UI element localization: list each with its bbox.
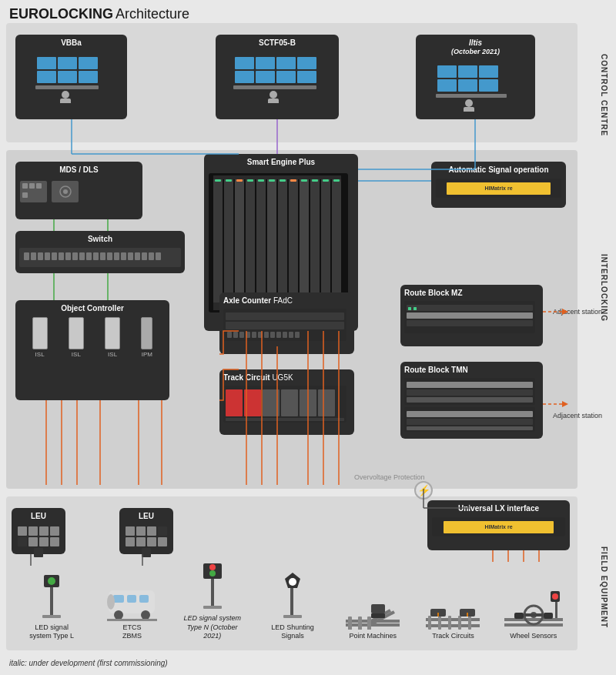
etcs-icon [107, 571, 157, 621]
svg-rect-65 [252, 332, 256, 338]
box-switch: Switch [15, 231, 185, 273]
universal-lx-label: Universal LX interface [427, 500, 570, 515]
overvoltage-label: Overvoltage Protection [354, 473, 425, 481]
wheel-sensors-label: Wheel Sensors [510, 632, 557, 641]
svg-rect-49 [247, 179, 253, 182]
svg-rect-75 [407, 312, 533, 319]
svg-rect-126 [426, 624, 480, 627]
svg-rect-53 [290, 179, 296, 182]
svg-rect-59 [226, 312, 344, 320]
svg-rect-12 [297, 57, 316, 69]
svg-rect-36 [256, 178, 266, 307]
route-mz-label: Route Block MZ [400, 285, 543, 299]
svg-rect-130 [458, 616, 461, 630]
svg-rect-84 [300, 389, 316, 416]
box-vbba: VBBa [15, 35, 127, 119]
svg-rect-2 [79, 57, 98, 69]
svg-rect-13 [235, 71, 254, 83]
svg-rect-111 [203, 606, 222, 609]
svg-rect-123 [371, 604, 385, 613]
svg-rect-46 [215, 179, 221, 182]
box-mds: MDS / DLS [15, 162, 142, 219]
shunting-label: LED ShuntingSignals [271, 623, 314, 641]
svg-rect-127 [428, 616, 431, 630]
field-items-row: LED signalsystem Type L [12, 562, 574, 641]
point-machines-icon [344, 580, 402, 630]
svg-rect-32 [213, 178, 223, 307]
svg-rect-141 [514, 613, 524, 619]
track-circuits-label: Track Circuits [432, 632, 474, 641]
box-universal-lx: Universal LX interface HIMatrix re [427, 500, 570, 550]
label-control-centre: Control Centre [600, 54, 608, 136]
svg-rect-61 [227, 332, 232, 338]
svg-point-145 [552, 593, 558, 600]
ipm-unit: IPM [141, 317, 152, 358]
svg-rect-140 [524, 613, 543, 617]
led-signal-l-label: LED signalsystem Type L [29, 623, 74, 641]
svg-point-114 [289, 578, 296, 586]
svg-rect-9 [235, 57, 254, 69]
switch-label: Switch [15, 231, 185, 246]
svg-rect-136 [504, 618, 563, 621]
leu2-hw [119, 523, 173, 561]
mds-hardware [15, 176, 142, 207]
svg-rect-38 [278, 178, 287, 307]
svg-rect-6 [35, 85, 99, 89]
svg-point-109 [209, 564, 216, 570]
svg-rect-20 [437, 65, 457, 78]
route-tmn-hw [400, 376, 543, 437]
svg-rect-48 [236, 179, 243, 182]
adjacent-station-2: Adjacent station [553, 412, 602, 419]
svg-rect-47 [226, 179, 232, 182]
arch-subtitle: Architecture [116, 6, 189, 22]
sctf-label: SCTF05-B [216, 35, 339, 49]
svg-rect-21 [458, 65, 477, 78]
box-track-circuit: Track Circuit UG5K [219, 369, 354, 435]
svg-rect-45 [213, 175, 341, 179]
field-item-wheel-sensors: Wheel Sensors [500, 580, 566, 641]
label-field-equipment: Field equipment [600, 546, 608, 628]
svg-rect-78 [413, 307, 417, 310]
svg-point-27 [465, 99, 473, 107]
svg-rect-10 [256, 57, 275, 69]
track-circuit-hw [219, 383, 354, 428]
svg-rect-5 [79, 71, 98, 83]
svg-rect-37 [267, 178, 276, 307]
axle-hw [219, 306, 354, 347]
svg-rect-142 [544, 613, 553, 619]
svg-rect-95 [50, 583, 53, 615]
brand-title: EUROLOCKING [9, 6, 113, 22]
svg-rect-16 [297, 71, 316, 83]
wheel-sensors-icon [503, 580, 564, 630]
svg-rect-26 [436, 94, 507, 98]
leu1-label: LEU [12, 508, 65, 523]
svg-rect-83 [281, 389, 298, 416]
svg-rect-60 [226, 322, 344, 329]
svg-rect-55 [312, 179, 318, 182]
field-item-led-l: LED signalsystem Type L [19, 571, 85, 641]
adjacent-station-1: Adjacent station [553, 308, 602, 316]
svg-rect-4 [58, 71, 77, 83]
svg-rect-1 [58, 57, 77, 69]
svg-rect-22 [479, 65, 498, 78]
isl-unit-1: ISL [32, 317, 48, 358]
svg-rect-131 [468, 616, 471, 630]
svg-rect-71 [289, 332, 293, 338]
svg-rect-62 [233, 332, 238, 338]
point-machines-label: Point Machines [349, 632, 397, 641]
footer-note: italic: under development (first commiss… [9, 659, 168, 667]
led-signal-n-icon [197, 562, 228, 612]
svg-rect-41 [310, 178, 320, 307]
svg-rect-101 [127, 595, 136, 603]
smart-engine-label: Smart Engine Plus [204, 154, 358, 169]
svg-rect-81 [244, 389, 261, 416]
auto-signal-hw: HIMatrix re [431, 176, 566, 200]
svg-rect-72 [295, 332, 300, 338]
svg-rect-15 [276, 71, 296, 83]
svg-rect-25 [479, 79, 498, 92]
svg-rect-129 [448, 616, 451, 630]
svg-rect-77 [408, 307, 411, 310]
svg-rect-124 [371, 613, 385, 618]
track-circuits-field-icon [424, 580, 482, 630]
mds-label: MDS / DLS [15, 162, 142, 176]
